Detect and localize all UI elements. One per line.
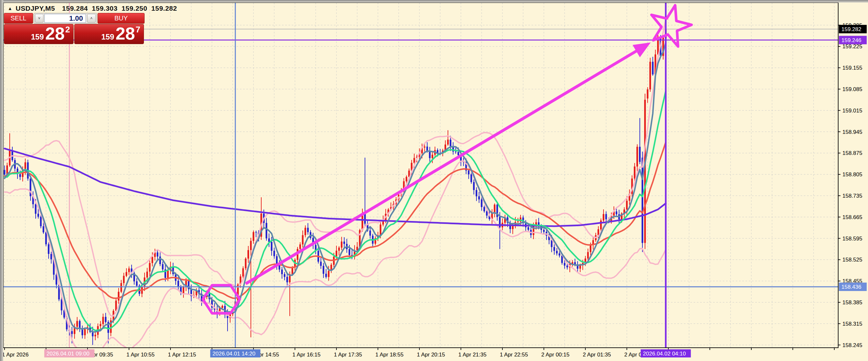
chart-canvas[interactable]: 159.295159.225159.155159.085159.015158.9… — [0, 0, 868, 361]
trading-app-window: 159.295159.225159.155159.085159.015158.9… — [0, 0, 868, 361]
symbol-triangle-icon: ▲ — [8, 6, 12, 11]
price-axis[interactable] — [838, 3, 868, 348]
window-frame-left — [0, 0, 3, 361]
sell-quote-button[interactable]: 159 28 2 — [4, 24, 73, 44]
symbol-timeframe-label: USDJPY,M5 — [16, 4, 55, 12]
window-frame-top — [0, 0, 868, 3]
sell-button[interactable]: SELL — [4, 13, 33, 24]
volume-stepper: ˅ ˄ — [34, 13, 97, 24]
volume-decrease-icon[interactable]: ˅ — [35, 14, 43, 23]
buy-price-small: 159 — [101, 32, 114, 41]
trade-panel-top-row: SELL ˅ ˄ BUY — [4, 13, 145, 24]
one-click-trade-panel: SELL ˅ ˄ BUY 159 28 2 159 28 7 — [4, 13, 145, 44]
time-axis[interactable] — [3, 348, 838, 361]
buy-price-sup: 7 — [136, 25, 141, 35]
sell-price-small: 159 — [31, 32, 44, 41]
buy-button[interactable]: BUY — [98, 13, 145, 24]
sell-price-big: 28 — [45, 24, 64, 42]
volume-increase-icon[interactable]: ˄ — [87, 14, 96, 23]
ohlc-values: 159.284 159.303 159.250 159.282 — [62, 4, 177, 12]
buy-quote-button[interactable]: 159 28 7 — [74, 24, 144, 44]
buy-price-big: 28 — [115, 24, 135, 42]
chart-title: ▲USDJPY,M5159.284 159.303 159.250 159.28… — [8, 4, 177, 12]
volume-input[interactable] — [44, 14, 86, 23]
sell-price-sup: 2 — [65, 25, 70, 35]
